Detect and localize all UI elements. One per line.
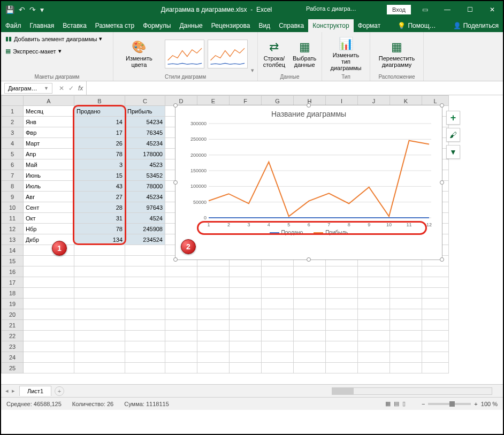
cell-A23[interactable] [24,341,74,352]
column-header-G[interactable]: G [262,95,294,106]
chart-legend[interactable]: Продано Прибыль [175,230,442,235]
cell-J24[interactable] [358,352,390,363]
cell-A9[interactable]: Авг [24,192,74,202]
row-header-17[interactable]: 17 [1,277,24,288]
cell-A2[interactable]: Янв [24,117,74,127]
cell-G23[interactable] [262,341,294,352]
cell-K24[interactable] [390,352,422,363]
cell-B17[interactable] [74,277,125,288]
cell-I17[interactable] [326,277,358,288]
cell-F17[interactable] [230,277,262,288]
tab-help[interactable]: Справка [274,19,308,32]
add-sheet-button[interactable]: + [55,386,64,396]
close-icon[interactable]: ✕ [482,2,503,17]
cell-E23[interactable] [197,341,230,352]
cell-G20[interactable] [262,309,294,320]
row-header-6[interactable]: 6 [1,159,24,170]
cell-B3[interactable]: 17 [74,127,125,138]
cell-I22[interactable] [326,331,358,341]
cell-C19[interactable] [125,299,165,309]
undo-icon[interactable]: ↶ [19,5,25,14]
cell-I21[interactable] [326,320,358,331]
cell-A16[interactable] [24,266,74,277]
cell-K20[interactable] [390,309,422,320]
cell-L21[interactable] [422,320,449,331]
cell-H24[interactable] [294,352,326,363]
formula-input[interactable] [86,81,503,95]
column-header-F[interactable]: F [230,95,262,106]
zoom-control[interactable]: − + 100 % [422,401,498,407]
cell-D17[interactable] [165,277,197,288]
cell-J21[interactable] [358,320,390,331]
cell-C18[interactable] [125,288,165,299]
maximize-icon[interactable]: ☐ [459,2,480,17]
cell-H25[interactable] [294,363,326,373]
cell-F25[interactable] [230,363,262,373]
cell-C12[interactable]: 245908 [125,224,165,234]
confirm-icon[interactable]: ✓ [68,85,74,92]
cell-B21[interactable] [74,320,125,331]
cell-L18[interactable] [422,288,449,299]
cell-H20[interactable] [294,309,326,320]
cell-J19[interactable] [358,299,390,309]
cell-C1[interactable]: Прибыль [125,106,165,117]
cell-B1[interactable]: Продано [74,106,125,117]
cell-I18[interactable] [326,288,358,299]
column-header-K[interactable]: K [390,95,422,106]
minimize-icon[interactable]: — [437,2,458,17]
cell-L22[interactable] [422,331,449,341]
cell-G25[interactable] [262,363,294,373]
cell-H23[interactable] [294,341,326,352]
express-layout-button[interactable]: ▦Экспресс-макет ▾ [4,47,63,56]
cell-F19[interactable] [230,299,262,309]
redo-icon[interactable]: ↷ [29,5,36,14]
tab-review[interactable]: Рецензирова [207,19,255,32]
cell-B18[interactable] [74,288,125,299]
cell-I19[interactable] [326,299,358,309]
cell-L19[interactable] [422,299,449,309]
cell-C4[interactable]: 45234 [125,138,165,149]
tab-designer[interactable]: Конструктор [308,19,353,32]
cell-B24[interactable] [74,352,125,363]
cell-C13[interactable]: 234524 [125,234,165,245]
cell-A3[interactable]: Фвр [24,127,74,138]
cell-L25[interactable] [422,363,449,373]
cell-A19[interactable] [24,299,74,309]
cell-A25[interactable] [24,363,74,373]
cell-E18[interactable] [197,288,230,299]
cell-K21[interactable] [390,320,422,331]
cell-A8[interactable]: Июль [24,181,74,192]
cell-D21[interactable] [165,320,197,331]
row-header-16[interactable]: 16 [1,266,24,277]
cell-D18[interactable] [165,288,197,299]
cell-F23[interactable] [230,341,262,352]
cell-F22[interactable] [230,331,262,341]
view-page-break-icon[interactable]: ▯ [402,400,406,407]
switch-row-column-button[interactable]: ⇄Строка/ столбец [261,39,287,69]
cell-I25[interactable] [326,363,358,373]
qat-more-icon[interactable]: ▾ [40,5,44,14]
add-chart-element-button[interactable]: ▮▮Добавить элемент диаграммы ▾ [4,34,103,43]
cell-C7[interactable]: 53452 [125,170,165,181]
column-header-E[interactable]: E [197,95,230,106]
cell-K19[interactable] [390,299,422,309]
chart-object[interactable]: + 🖌 ▼ Название диаграммы 050000100000150… [175,105,442,260]
row-header-20[interactable]: 20 [1,309,24,320]
cell-D16[interactable] [165,266,197,277]
cell-E22[interactable] [197,331,230,341]
cell-A11[interactable]: Окт [24,213,74,224]
cell-A21[interactable] [24,320,74,331]
cell-B4[interactable]: 26 [74,138,125,149]
row-header-9[interactable]: 9 [1,192,24,202]
cell-L17[interactable] [422,277,449,288]
cell-H19[interactable] [294,299,326,309]
save-icon[interactable]: 💾 [5,5,14,14]
cell-B12[interactable]: 78 [74,224,125,234]
cell-J17[interactable] [358,277,390,288]
cell-C16[interactable] [125,266,165,277]
cell-G16[interactable] [262,266,294,277]
cell-I16[interactable] [326,266,358,277]
tab-data[interactable]: Данные [175,19,207,32]
cell-H21[interactable] [294,320,326,331]
tab-page-layout[interactable]: Разметка стр [91,19,139,32]
